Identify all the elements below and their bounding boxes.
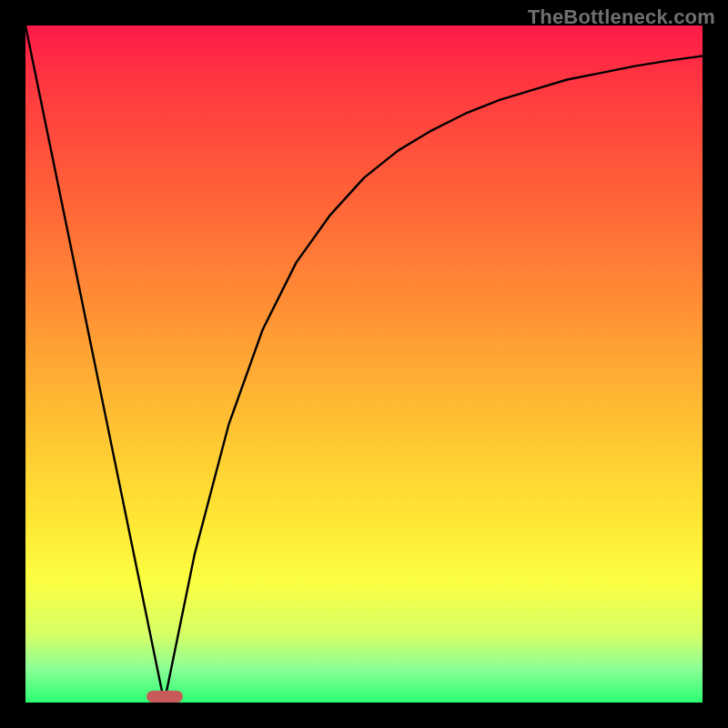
watermark-text: TheBottleneck.com: [528, 5, 715, 29]
optimal-marker: [147, 691, 183, 703]
chart-frame: TheBottleneck.com: [0, 0, 728, 728]
bottleneck-curve: [25, 25, 703, 703]
plot-area: [25, 25, 703, 703]
